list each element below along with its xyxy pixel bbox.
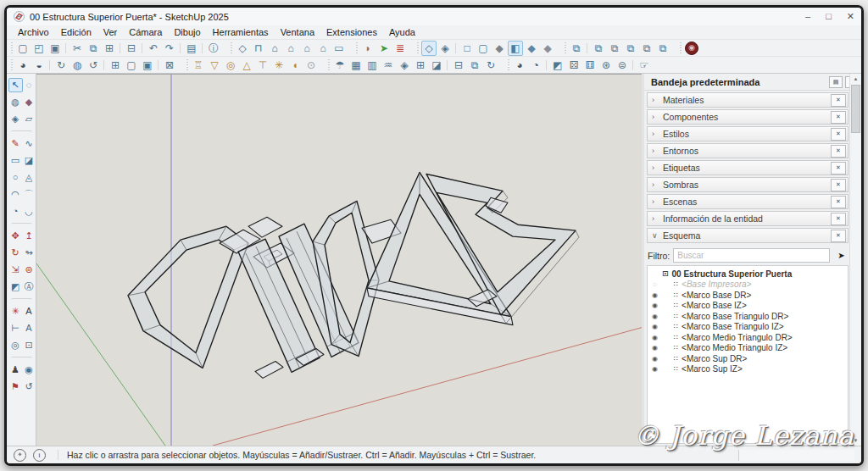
split-icon[interactable]: ✳ xyxy=(271,58,287,73)
rotated-rectangle-tool[interactable]: ◪ xyxy=(22,153,36,168)
menu-item[interactable]: Ayuda xyxy=(383,27,421,37)
hidden-line-style-icon[interactable]: ▢ xyxy=(476,41,491,56)
tree-item-row[interactable]: ◉ ∷ <Marco Sup IZ> xyxy=(648,364,848,375)
tray-section[interactable]: › Materiales ✕ xyxy=(647,92,849,108)
view-right-icon[interactable]: ⌂ xyxy=(283,41,298,56)
viewport[interactable] xyxy=(36,74,642,446)
tray-section[interactable]: › Sombras ✕ xyxy=(647,177,849,192)
box-spin-icon[interactable]: ↻ xyxy=(483,58,498,73)
zoom-tool[interactable]: ◎ xyxy=(8,338,23,352)
zoom-window-icon[interactable]: ◍ xyxy=(70,58,85,73)
union-icon[interactable]: ◎ xyxy=(223,58,238,73)
eye-icon[interactable]: ◌ xyxy=(650,280,659,288)
green-arrow-extension-icon[interactable]: ➤ xyxy=(376,41,392,56)
divider[interactable] xyxy=(11,130,32,134)
dice-five-icon[interactable]: ⚄ xyxy=(566,58,581,73)
pie-tool[interactable]: ◔ xyxy=(8,204,23,219)
box-stack-icon[interactable]: ⧉ xyxy=(467,58,482,73)
orbit-tool[interactable]: ↺ xyxy=(22,380,36,394)
menu-item[interactable]: Ver xyxy=(97,27,124,37)
dice-six-icon[interactable]: ⚅ xyxy=(582,58,598,73)
separator[interactable] xyxy=(102,58,107,72)
arc-tool[interactable]: ◠ xyxy=(8,187,23,202)
menu-item[interactable]: Cámara xyxy=(123,27,168,37)
rectangle-tool[interactable]: ▭ xyxy=(8,153,23,168)
tree-item-row[interactable]: ◉ ∷ <Marco Sup DR> xyxy=(648,353,848,364)
eye-icon[interactable]: ◉ xyxy=(650,365,659,373)
fullscreen-icon[interactable]: ▢ xyxy=(124,58,139,73)
section-plane-tool[interactable]: ◩ xyxy=(8,280,23,294)
tree-item-row[interactable]: ◉ ∷ <Marco Base DR> xyxy=(648,290,848,301)
section-close-icon[interactable]: ✕ xyxy=(831,94,846,107)
section-close-icon[interactable]: ✕ xyxy=(831,196,846,208)
eye-icon[interactable]: ◉ xyxy=(650,323,659,330)
half-square-icon[interactable]: ◪ xyxy=(429,58,444,73)
model-right-assembly[interactable] xyxy=(362,172,579,324)
view-iso-icon[interactable]: ◇ xyxy=(235,41,250,56)
menu-item[interactable]: Archivo xyxy=(12,27,55,37)
ai-tool[interactable]: Ⓐ xyxy=(22,280,36,294)
arrange-tile-icon[interactable]: ⧉ xyxy=(607,41,622,56)
separator[interactable] xyxy=(544,58,549,72)
eye-icon[interactable]: ◉ xyxy=(650,334,659,341)
paint-bucket-tool[interactable]: ◈ xyxy=(8,112,23,126)
eye-icon[interactable]: ◉ xyxy=(650,291,659,299)
shell-extension-icon[interactable]: ◗ xyxy=(360,41,376,56)
zoom-window-tool[interactable]: ⊡ xyxy=(22,338,36,352)
xray-style-icon[interactable]: ◇ xyxy=(421,41,437,56)
tray-section[interactable]: › Entornos ✕ xyxy=(647,143,849,158)
tree-item-row[interactable]: ◉ ∷ <Marco Medio Triangulo IZ> xyxy=(648,343,848,354)
zoom-icon[interactable]: ↻ xyxy=(53,58,69,73)
filter-button-icon[interactable]: ➤ xyxy=(835,249,848,262)
cut-icon[interactable]: ✂ xyxy=(70,41,85,56)
lock-icon[interactable]: ⊠ xyxy=(162,58,177,73)
separator[interactable] xyxy=(200,42,205,55)
lasso-tool[interactable]: ◌ xyxy=(22,78,36,92)
copy-icon[interactable]: ⧉ xyxy=(86,41,101,56)
section-close-icon[interactable]: ✕ xyxy=(831,162,846,175)
tray-scrollbar[interactable]: ▲ ▼ xyxy=(849,74,861,446)
globe-split-icon[interactable]: ⊜ xyxy=(615,58,630,73)
model-info-icon[interactable]: ⓘ xyxy=(206,41,221,56)
tree-item-row[interactable]: ◉ ∷ <Marco Base Triangulo IZ> xyxy=(648,322,848,333)
red-lines-extension-icon[interactable]: ≣ xyxy=(392,41,408,56)
print-icon[interactable]: ▤ xyxy=(184,41,199,56)
separator[interactable] xyxy=(631,58,636,72)
separator[interactable] xyxy=(445,58,450,72)
measurements-box[interactable] xyxy=(738,450,854,461)
section-close-icon[interactable]: ✕ xyxy=(831,179,846,191)
section-close-icon[interactable]: ✕ xyxy=(831,213,846,225)
divider[interactable] xyxy=(11,298,32,302)
eraser-tool[interactable]: ◆ xyxy=(22,95,36,109)
arrange-swap-icon[interactable]: ⧉ xyxy=(639,41,654,56)
eye-icon[interactable]: ◉ xyxy=(650,344,659,352)
follow-me-tool[interactable]: ↬ xyxy=(22,246,36,260)
tray-section-esquema[interactable]: ∨ Esquema ✕ xyxy=(647,228,849,243)
select-tool[interactable]: ↖ xyxy=(8,78,23,92)
tape-measure-tool[interactable]: ⊢ xyxy=(8,321,23,335)
tree-root-row[interactable]: ⊡ 00 Estructura Superior Puerta xyxy=(648,269,848,280)
scroll-thumb[interactable] xyxy=(851,85,860,133)
three-point-arc-tool[interactable]: ◡ xyxy=(22,204,36,219)
redo-icon[interactable]: ↷ xyxy=(162,41,177,56)
separator[interactable] xyxy=(156,58,161,72)
menu-item[interactable]: Ventana xyxy=(275,27,320,37)
snap-object-icon[interactable]: ◕ xyxy=(512,58,527,73)
arrange-cascade-icon[interactable]: ⧉ xyxy=(591,41,606,56)
plane-tool[interactable]: ▱ xyxy=(22,112,36,126)
push-pull-tool[interactable]: ↥ xyxy=(22,229,36,243)
section-close-icon[interactable]: ✕ xyxy=(831,128,846,141)
tree-item-row[interactable]: ◉ ∷ <Marco Base IZ> xyxy=(648,301,848,312)
line-tool[interactable]: ✎ xyxy=(8,136,23,151)
view-top-icon[interactable]: ⊓ xyxy=(251,41,266,56)
snap-grid-icon[interactable]: ◔ xyxy=(528,58,543,73)
section-close-icon[interactable]: ✕ xyxy=(831,145,846,158)
view-back-icon[interactable]: ⌂ xyxy=(299,41,314,56)
section-close-icon[interactable]: ✕ xyxy=(831,111,846,124)
separator[interactable] xyxy=(140,42,145,55)
walk-tool[interactable]: ♟ xyxy=(8,363,23,377)
geolocation-icon[interactable]: ⌖ xyxy=(14,449,26,462)
separator[interactable] xyxy=(47,58,53,72)
tray-section[interactable]: › Estilos ✕ xyxy=(647,126,849,141)
paste-icon[interactable]: ⊞ xyxy=(102,41,117,56)
